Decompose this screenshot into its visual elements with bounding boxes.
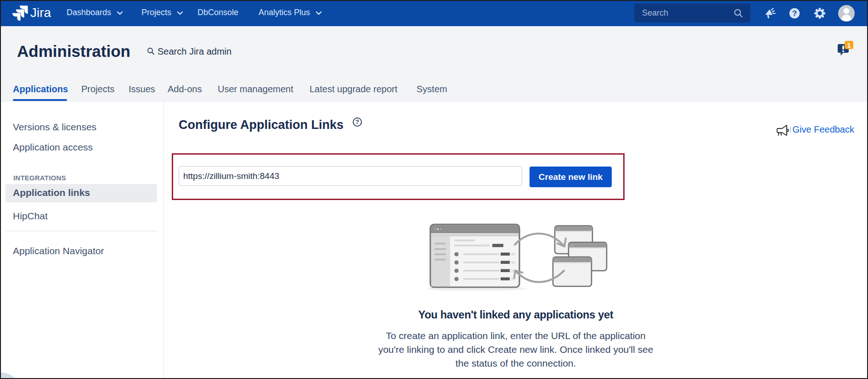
svg-text:?: ? [792, 9, 797, 17]
svg-text:1: 1 [847, 42, 851, 49]
